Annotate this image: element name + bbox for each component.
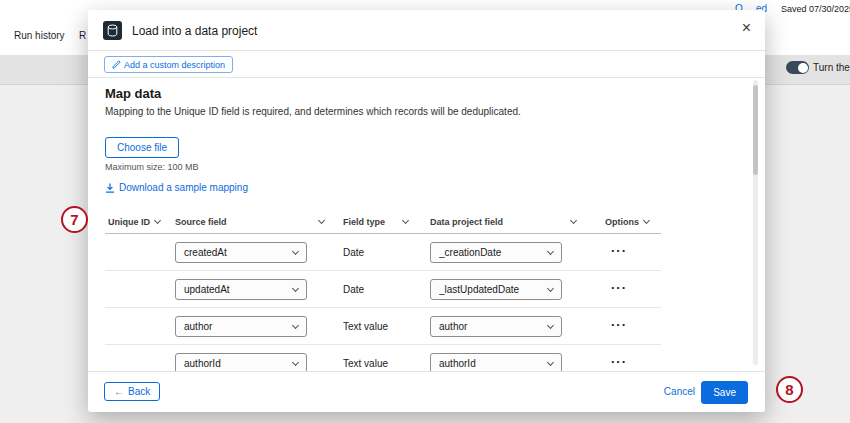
row-options-button[interactable]: ···	[603, 317, 635, 332]
download-icon	[105, 183, 115, 193]
toggle-knob	[798, 63, 808, 73]
description-row: Add a custom description	[88, 51, 765, 78]
chevron-down-icon	[292, 248, 299, 255]
source-field-select[interactable]: updatedAt	[175, 279, 307, 300]
chevron-down-icon	[292, 359, 299, 366]
back-button[interactable]: ← Back	[104, 382, 160, 401]
save-button[interactable]: Save	[701, 381, 748, 404]
field-type-value: Text value	[343, 358, 388, 369]
mapping-table: Unique ID Source field Field type Data p…	[105, 212, 661, 371]
data-project-field-select[interactable]: authorId	[430, 353, 562, 371]
data-project-field-select[interactable]: author	[430, 316, 562, 337]
scrollbar-thumb[interactable]	[753, 85, 758, 175]
download-sample-link[interactable]: Download a sample mapping	[105, 182, 248, 193]
data-project-field-select[interactable]: _creationDate	[430, 242, 562, 263]
column-field-type[interactable]: Field type	[343, 217, 408, 227]
data-project-icon	[103, 21, 122, 40]
table-header: Unique ID Source field Field type Data p…	[105, 212, 661, 234]
download-sample-label: Download a sample mapping	[119, 182, 248, 193]
table-row: createdAt Date _creationDate ···	[105, 234, 661, 271]
row-options-button[interactable]: ···	[603, 243, 635, 258]
row-options-button[interactable]: ···	[603, 354, 635, 369]
annotation-step-7: 7	[61, 206, 88, 233]
chevron-down-icon	[643, 217, 650, 224]
chevron-down-icon	[317, 217, 324, 224]
chevron-down-icon	[547, 285, 554, 292]
field-type-value: Date	[343, 284, 364, 295]
close-icon[interactable]: ×	[742, 20, 751, 36]
annotation-step-8: 8	[776, 376, 803, 403]
row-options-button[interactable]: ···	[603, 280, 635, 295]
column-source-field[interactable]: Source field	[175, 217, 324, 227]
column-unique-id[interactable]: Unique ID	[108, 217, 160, 227]
max-size-note: Maximum size: 100 MB	[105, 162, 199, 172]
chevron-down-icon	[292, 322, 299, 329]
tab-fragment[interactable]: R	[79, 30, 86, 41]
field-type-value: Date	[343, 247, 364, 258]
page: Run history R O ed Saved 07/30/2025 Turn…	[0, 0, 850, 423]
dialog-header: Load into a data project ×	[88, 10, 765, 51]
toggle-label: Turn the w	[813, 62, 850, 73]
chevron-down-icon	[570, 217, 577, 224]
table-row: author Text value author ···	[105, 308, 661, 345]
source-field-select[interactable]: createdAt	[175, 242, 307, 263]
table-row: updatedAt Date _lastUpdatedDate ···	[105, 271, 661, 308]
add-description-label: Add a custom description	[124, 60, 225, 70]
choose-file-button[interactable]: Choose file	[105, 137, 179, 158]
table-row: authorId Text value authorId ···	[105, 345, 661, 371]
choose-file-label: Choose file	[117, 142, 167, 153]
chevron-down-icon	[547, 359, 554, 366]
back-label: Back	[128, 386, 150, 397]
dialog-title: Load into a data project	[132, 24, 257, 38]
chevron-down-icon	[547, 322, 554, 329]
data-project-field-select[interactable]: _lastUpdatedDate	[430, 279, 562, 300]
add-description-button[interactable]: Add a custom description	[104, 56, 233, 73]
saved-status: Saved 07/30/2025	[781, 4, 850, 14]
chevron-down-icon	[154, 217, 161, 224]
edit-icon	[112, 60, 121, 69]
chevron-down-icon	[292, 285, 299, 292]
chevron-down-icon	[547, 248, 554, 255]
source-field-select[interactable]: authorId	[175, 353, 307, 371]
section-description: Mapping to the Unique ID field is requir…	[105, 106, 521, 117]
cancel-button[interactable]: Cancel	[664, 386, 695, 397]
workflow-toggle[interactable]	[786, 61, 809, 74]
section-title: Map data	[105, 86, 161, 101]
table-body: createdAt Date _creationDate ··· updated…	[105, 234, 661, 371]
field-type-value: Text value	[343, 321, 388, 332]
source-field-select[interactable]: author	[175, 316, 307, 337]
dialog-footer: ← Back Cancel Save	[88, 371, 765, 412]
column-options[interactable]: Options	[605, 217, 649, 227]
back-arrow-icon: ←	[114, 386, 124, 397]
tab-run-history[interactable]: Run history	[14, 30, 65, 41]
column-data-project-field[interactable]: Data project field	[430, 217, 576, 227]
chevron-down-icon	[402, 217, 409, 224]
load-data-project-dialog: Load into a data project × Add a custom …	[88, 10, 765, 412]
